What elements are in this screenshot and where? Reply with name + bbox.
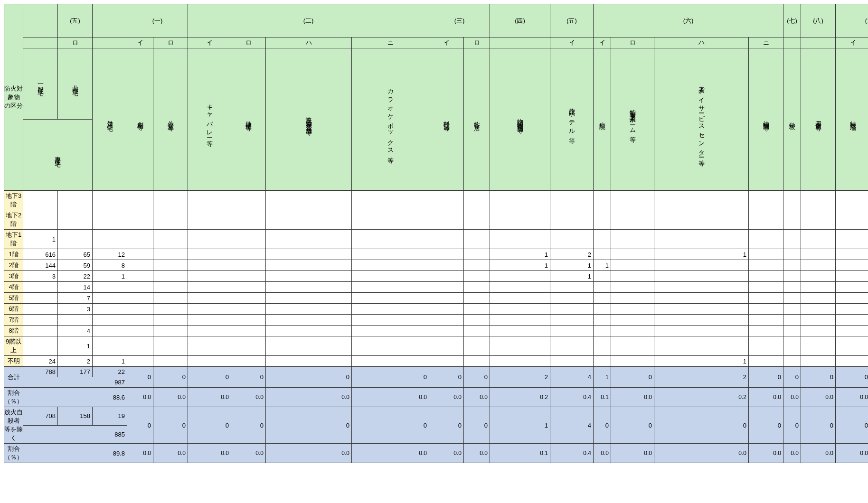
cell bbox=[611, 249, 654, 260]
cell: 1 bbox=[58, 336, 93, 356]
cell bbox=[188, 249, 231, 260]
senyo-label: 専用住宅 bbox=[23, 120, 93, 191]
cell bbox=[23, 293, 58, 304]
cell bbox=[490, 336, 550, 356]
cell bbox=[836, 304, 868, 315]
cell bbox=[93, 210, 127, 230]
cell bbox=[188, 304, 231, 315]
cell: 59 bbox=[58, 260, 93, 271]
cell bbox=[550, 304, 594, 315]
cell bbox=[801, 336, 836, 356]
sub-ロ: ロ bbox=[464, 37, 490, 48]
sub- bbox=[801, 37, 836, 48]
col-7: 性風俗特殊営業店舗等 bbox=[266, 48, 352, 191]
cell bbox=[188, 336, 231, 356]
sub-ロ: ロ bbox=[611, 37, 654, 48]
cell bbox=[654, 230, 749, 249]
sub-ニ: ニ bbox=[352, 37, 429, 48]
group-blank bbox=[93, 4, 127, 37]
cell bbox=[231, 336, 266, 356]
cell bbox=[153, 336, 188, 356]
cell bbox=[550, 230, 594, 249]
goukei-label: 合計 bbox=[4, 367, 23, 388]
cell bbox=[611, 356, 654, 367]
cell bbox=[836, 260, 868, 271]
cell: 1 bbox=[93, 356, 127, 367]
cell: 7 bbox=[58, 293, 93, 304]
cell bbox=[188, 191, 231, 210]
cell bbox=[153, 260, 188, 271]
cell: 3 bbox=[23, 271, 58, 282]
cell bbox=[654, 336, 749, 356]
cell bbox=[231, 260, 266, 271]
cell bbox=[153, 230, 188, 249]
cell bbox=[127, 326, 153, 336]
sub-イ: イ bbox=[127, 37, 153, 48]
cell bbox=[23, 336, 58, 356]
cell: 2 bbox=[58, 356, 93, 367]
cell bbox=[749, 293, 783, 304]
cell: 616 bbox=[23, 249, 58, 260]
cell bbox=[231, 271, 266, 282]
cell bbox=[153, 191, 188, 210]
col-19: 特殊浴場 bbox=[836, 48, 868, 191]
sub-イ: イ bbox=[594, 37, 611, 48]
cell bbox=[749, 260, 783, 271]
sub-ロ: ロ bbox=[58, 37, 93, 48]
cell bbox=[464, 304, 490, 315]
cell bbox=[801, 304, 836, 315]
cell bbox=[188, 230, 231, 249]
cell bbox=[550, 326, 594, 336]
cell bbox=[153, 315, 188, 326]
row-9階以上: 9階以上 bbox=[4, 336, 23, 356]
group-(四): (四) bbox=[490, 4, 550, 37]
cell bbox=[231, 356, 266, 367]
cell bbox=[550, 191, 594, 210]
cell bbox=[783, 230, 801, 249]
col-4: 公会堂等 bbox=[153, 48, 188, 191]
cell bbox=[490, 304, 550, 315]
cell bbox=[490, 282, 550, 293]
cell bbox=[550, 282, 594, 293]
col-3: 劇場等 bbox=[127, 48, 153, 191]
cell bbox=[58, 210, 93, 230]
cell bbox=[490, 210, 550, 230]
cell: 65 bbox=[58, 249, 93, 260]
cell bbox=[749, 191, 783, 210]
sub-ロ: ロ bbox=[231, 37, 266, 48]
cell bbox=[749, 356, 783, 367]
sub- bbox=[490, 37, 550, 48]
cell bbox=[352, 282, 429, 293]
cell bbox=[464, 230, 490, 249]
cell bbox=[352, 249, 429, 260]
cell bbox=[266, 304, 352, 315]
cell: 3 bbox=[58, 304, 93, 315]
cell bbox=[188, 356, 231, 367]
cell: 14 bbox=[58, 282, 93, 293]
cell bbox=[654, 304, 749, 315]
cell bbox=[266, 230, 352, 249]
cell bbox=[231, 326, 266, 336]
col-10: 飲食店 bbox=[464, 48, 490, 191]
cell bbox=[611, 271, 654, 282]
cell bbox=[594, 249, 611, 260]
cell bbox=[266, 315, 352, 326]
col-12: 旅館・ホテル等 bbox=[550, 48, 594, 191]
cell bbox=[23, 326, 58, 336]
cell: 1 bbox=[490, 249, 550, 260]
col-6: 遊技場等 bbox=[231, 48, 266, 191]
cell bbox=[231, 210, 266, 230]
group-(三): (三) bbox=[429, 4, 490, 37]
cell bbox=[188, 326, 231, 336]
group-(一): (一) bbox=[127, 4, 188, 37]
sub-ハ: ハ bbox=[654, 37, 749, 48]
group-(五): (五) bbox=[550, 4, 594, 37]
cell bbox=[188, 315, 231, 326]
sub-ニ: ニ bbox=[749, 37, 783, 48]
cell bbox=[490, 356, 550, 367]
cell bbox=[429, 249, 464, 260]
col-17: 学校 bbox=[783, 48, 801, 191]
cell bbox=[801, 210, 836, 230]
cell bbox=[654, 282, 749, 293]
cell: 8 bbox=[93, 260, 127, 271]
